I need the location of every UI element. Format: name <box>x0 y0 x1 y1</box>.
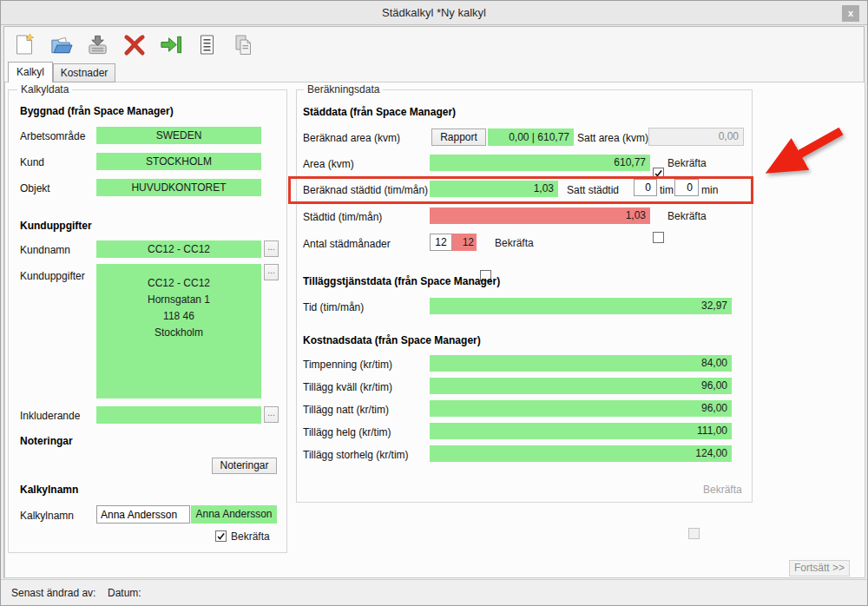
arbetsomrade-label: Arbetsområde <box>20 130 85 142</box>
byggnad-heading: Byggnad (från Space Manager) <box>20 105 174 117</box>
satt-stadtid-min-input[interactable] <box>674 179 699 196</box>
area-bekrafta-label: Bekräfta <box>667 157 707 169</box>
kalkylnamn-bekrafta-checkbox[interactable] <box>215 530 227 542</box>
tillagg-kvall-label: Tillägg kväll (kr/tim) <box>303 381 392 393</box>
berakningsdata-groupbox: Beräkningsdata <box>296 89 753 503</box>
kostnadsdata-bekrafta-checkbox <box>688 528 700 539</box>
arbetsomrade-value: SWEDEN <box>96 127 261 144</box>
kunduppgifter-label: Kunduppgifter <box>20 270 85 282</box>
rapport-button[interactable]: Rapport <box>431 128 486 146</box>
noteringar-button[interactable]: Noteringar <box>212 458 277 474</box>
kundnamn-browse-button[interactable]: ... <box>264 240 279 257</box>
kostnadsdata-bekrafta-label: Bekräfta <box>703 484 742 496</box>
kunduppgifter-value: CC12 - CC12 Hornsgatan 1 118 46 Stockhol… <box>96 264 261 399</box>
new-document-icon <box>13 33 36 59</box>
export-button[interactable] <box>157 33 183 59</box>
stadtid-bekrafta-label: Bekräfta <box>667 210 707 222</box>
kunduppgifter-heading: Kunduppgifter <box>20 220 92 232</box>
kunduppgifter-line: 118 46 <box>96 308 261 325</box>
stadtid-bekrafta-checkbox[interactable] <box>653 232 664 243</box>
kalkylnamn-confirmed-value: Anna Andersson <box>191 505 277 524</box>
min-label: min <box>701 184 718 196</box>
senast-andrad-label: Senast ändrad av: <box>11 587 95 599</box>
timpenning-label: Timpenning (kr/tim) <box>303 359 392 371</box>
kostnadsdata-heading: Kostnadsdata (från Space Manager) <box>303 334 481 346</box>
export-icon <box>159 33 182 59</box>
stadtid-label: Städtid (tim/mån) <box>303 211 382 223</box>
toolbar <box>11 30 256 62</box>
beraknad-stadtid-label: Beräknad städtid (tim/mån) <box>303 184 428 196</box>
save-button[interactable] <box>84 33 110 59</box>
window-title: Städkalkyl *Ny kalkyl <box>1 1 867 24</box>
stadtid-value: 1,03 <box>430 207 650 224</box>
checkmark-icon <box>216 531 226 541</box>
close-button[interactable]: x <box>842 5 859 22</box>
delete-button[interactable] <box>121 33 147 59</box>
objekt-label: Objekt <box>20 182 50 194</box>
delete-icon <box>122 33 146 59</box>
inkluderande-browse-button[interactable]: ... <box>264 406 279 423</box>
tab-kostnader[interactable]: Kostnader <box>53 63 115 82</box>
objekt-value: HUVUDKONTORET <box>96 179 261 196</box>
kalkylnamn-bekrafta-label: Bekräfta <box>231 530 270 543</box>
kalkylnamn-heading: Kalkylnamn <box>20 484 78 496</box>
kund-label: Kund <box>20 156 44 168</box>
title-bar: Städkalkyl *Ny kalkyl x <box>1 1 867 25</box>
kunduppgifter-line: Stockholm <box>96 325 261 341</box>
tid-value: 32,97 <box>430 298 732 314</box>
antal-stadmanader-input[interactable] <box>430 234 452 251</box>
report-icon <box>195 33 219 59</box>
beraknad-stadtid-value: 1,03 <box>430 181 558 197</box>
satt-stadtid-tim-input[interactable] <box>634 179 657 196</box>
tillagg-natt-value: 96,00 <box>430 400 732 417</box>
satt-area-label: Satt area (kvm) <box>577 132 648 144</box>
inkluderande-label: Inkluderande <box>20 410 80 422</box>
annotation-arrow-icon <box>746 112 865 195</box>
tillaggstjanst-heading: Tilläggstjänstdata (från Space Manager) <box>303 275 500 287</box>
fortsatt-button[interactable]: Fortsätt >> <box>789 560 850 576</box>
area-bekrafta-checkbox[interactable] <box>653 168 664 179</box>
antal-stadmanader-bekrafta-label: Bekräfta <box>495 237 534 249</box>
kunduppgifter-browse-button[interactable]: ... <box>264 264 279 280</box>
kalkylnamn-label: Kalkylnamn <box>20 510 74 522</box>
kunduppgifter-line: CC12 - CC12 <box>96 275 261 292</box>
tab-kalkyl[interactable]: Kalkyl <box>8 62 53 82</box>
tillagg-natt-label: Tillägg natt (kr/tim) <box>303 404 389 416</box>
kunduppgifter-line: Hornsgatan 1 <box>96 292 261 308</box>
satt-area-input: 0,00 <box>648 128 744 146</box>
tillagg-kvall-value: 96,00 <box>430 378 732 394</box>
antal-stadmanader-value: 12 <box>452 234 477 251</box>
kalkyldata-legend: Kalkyldata <box>17 83 72 96</box>
stadkalkyl-window: Städkalkyl *Ny kalkyl x <box>0 0 868 606</box>
beraknad-area-label: Beräknad area (kvm) <box>303 132 400 144</box>
beraknad-area-value: 0,00 | 610,77 <box>488 128 574 146</box>
tid-label: Tid (tim/mån) <box>303 301 364 313</box>
noteringar-heading: Noteringar <box>20 435 73 447</box>
kalkylnamn-input[interactable] <box>96 505 190 524</box>
copy-button[interactable] <box>230 33 256 59</box>
satt-stadtid-label: Satt städtid <box>567 184 619 196</box>
tillagg-helg-label: Tillägg helg (kr/tim) <box>303 426 391 438</box>
berakningsdata-legend: Beräkningsdata <box>304 83 383 96</box>
kundnamn-value: CC12 - CC12 <box>96 240 261 258</box>
copy-icon <box>232 33 255 59</box>
antal-stadmanader-label: Antal städmånader <box>303 238 391 250</box>
kund-value: STOCKHOLM <box>96 153 261 170</box>
report-button[interactable] <box>194 33 220 59</box>
area-label: Area (kvm) <box>303 158 354 170</box>
save-icon <box>86 33 109 59</box>
new-document-button[interactable] <box>11 33 37 59</box>
datum-label: Datum: <box>108 587 141 599</box>
tillagg-storhelg-label: Tillägg storhelg (kr/tim) <box>303 449 409 461</box>
tim-label: tim <box>660 184 674 196</box>
area-value: 610,77 <box>430 155 650 171</box>
tillagg-storhelg-value: 124,00 <box>430 445 732 462</box>
status-bar: Senast ändrad av: Datum: <box>1 579 867 605</box>
open-folder-icon <box>49 33 73 59</box>
tillagg-helg-value: 111,00 <box>430 423 732 439</box>
checkmark-icon <box>654 168 663 178</box>
timpenning-value: 84,00 <box>430 355 732 372</box>
open-button[interactable] <box>48 33 74 59</box>
kundnamn-label: Kundnamn <box>20 244 70 256</box>
inkluderande-value <box>96 406 261 424</box>
